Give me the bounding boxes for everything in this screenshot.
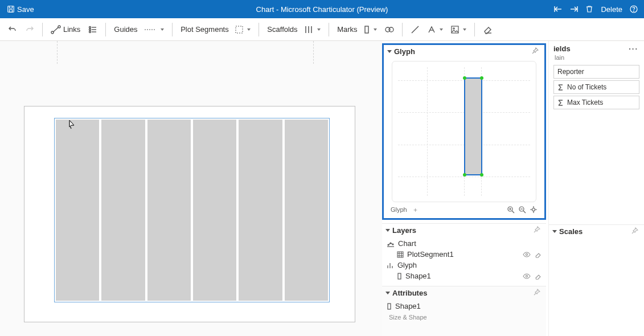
save-button[interactable]: Save <box>5 4 36 15</box>
plotsegment-node-icon <box>397 251 404 258</box>
separator <box>329 23 329 36</box>
field-label: Max Tickets <box>567 99 603 106</box>
chart-frame[interactable] <box>24 106 355 322</box>
resize-handle[interactable] <box>480 173 483 177</box>
svg-point-3 <box>634 11 634 11</box>
field-max-tickets[interactable]: Max Tickets <box>553 96 639 109</box>
erase-icon[interactable] <box>534 273 542 280</box>
attributes-header[interactable]: Attributes <box>382 286 546 300</box>
scaffolds-label: Scaffolds <box>267 25 297 34</box>
undo-icon <box>8 25 17 34</box>
chart-canvas[interactable] <box>0 41 382 336</box>
marks-dropdown[interactable]: Marks <box>335 24 379 35</box>
svg-point-14 <box>453 27 454 28</box>
visibility-icon[interactable] <box>523 273 531 280</box>
undo-button[interactable] <box>6 24 19 35</box>
icon-mark-dropdown[interactable] <box>449 24 469 35</box>
legend-button[interactable] <box>86 24 100 35</box>
layers-title: Layers <box>392 226 416 235</box>
resize-handle[interactable] <box>480 76 483 80</box>
plot-segments-dropdown[interactable]: Plot Segments <box>178 24 253 35</box>
bar[interactable] <box>101 120 145 301</box>
layers-panel: Layers Chart Plot <box>382 223 546 285</box>
add-glyph-button[interactable]: ＋ <box>412 206 419 213</box>
chevron-down-icon <box>385 229 390 232</box>
bar[interactable] <box>56 120 99 301</box>
pin-icon[interactable] <box>534 289 540 297</box>
chevron-down-icon <box>440 28 443 31</box>
svg-rect-13 <box>452 26 458 33</box>
glyph-node-icon <box>387 262 394 269</box>
links-icon <box>51 25 61 34</box>
middle-panels: Glyph <box>382 41 548 336</box>
more-icon[interactable]: ··· <box>629 44 638 53</box>
trash-icon[interactable] <box>584 4 595 14</box>
visibility-icon[interactable] <box>523 251 531 258</box>
pin-icon[interactable] <box>631 227 638 236</box>
layer-shape[interactable]: Shape1 <box>387 271 542 281</box>
help-icon[interactable] <box>628 4 639 14</box>
zoom-out-icon[interactable] <box>518 206 526 214</box>
svg-point-17 <box>532 208 535 211</box>
guide-line-icon <box>144 26 157 33</box>
scaffolds-dropdown[interactable]: Scaffolds <box>265 24 323 35</box>
layer-plotsegment[interactable]: PlotSegment1 <box>387 249 542 260</box>
eraser-button[interactable] <box>481 24 495 35</box>
bar[interactable] <box>193 120 236 301</box>
fields-subtitle: lain <box>549 54 644 63</box>
fields-header[interactable]: ields ··· <box>549 43 644 54</box>
svg-point-24 <box>526 275 527 277</box>
bar[interactable] <box>239 120 282 301</box>
field-reporter[interactable]: Reporter <box>553 65 639 79</box>
main-area: Glyph <box>0 41 644 336</box>
svg-rect-25 <box>388 304 391 309</box>
svg-rect-23 <box>398 273 401 279</box>
fit-icon[interactable] <box>530 206 538 214</box>
svg-rect-1 <box>9 10 12 12</box>
svg-point-12 <box>389 27 393 32</box>
separator <box>172 23 173 36</box>
field-label: Reporter <box>557 68 584 76</box>
redo-button[interactable] <box>23 24 36 35</box>
arrow-collapse-left-icon[interactable] <box>552 4 564 14</box>
pointer-cursor-icon <box>66 120 76 134</box>
field-no-of-tickets[interactable]: No of Tickets <box>553 80 639 94</box>
scaffold-icon <box>304 26 313 34</box>
attributes-selected[interactable]: Shape1 <box>382 300 546 313</box>
svg-point-6 <box>89 26 91 28</box>
layer-chart-label: Chart <box>398 239 416 248</box>
symbol-mark-button[interactable] <box>383 24 396 35</box>
glyph-panel-title: Glyph <box>394 47 415 56</box>
delete-button[interactable]: Delete <box>598 4 625 15</box>
resize-handle[interactable] <box>463 173 466 177</box>
separator <box>474 23 475 36</box>
links-button[interactable]: Links <box>48 24 83 35</box>
layer-glyph[interactable]: Glyph <box>387 260 542 271</box>
text-mark-dropdown[interactable] <box>425 24 445 35</box>
layer-chart[interactable]: Chart <box>387 238 542 249</box>
bar[interactable] <box>285 120 328 301</box>
pin-icon[interactable] <box>534 226 540 235</box>
resize-handle[interactable] <box>463 76 466 80</box>
zoom-in-icon[interactable] <box>507 206 515 214</box>
rect-mark-icon <box>364 26 370 34</box>
glyph-editor[interactable] <box>392 61 536 202</box>
glyph-footer-label: Glyph <box>391 206 407 213</box>
bar[interactable] <box>147 120 191 301</box>
arrow-collapse-right-icon[interactable] <box>568 4 580 14</box>
chevron-down-icon <box>161 28 164 31</box>
line-mark-button[interactable] <box>408 24 422 35</box>
glyph-panel-header[interactable]: Glyph <box>384 45 544 58</box>
eraser-icon <box>483 25 493 34</box>
glyph-shape[interactable] <box>464 77 482 175</box>
erase-icon[interactable] <box>534 251 542 258</box>
redo-icon <box>25 25 34 34</box>
svg-rect-9 <box>236 26 243 33</box>
plot-segment-selection[interactable] <box>54 118 330 302</box>
plot-region-icon <box>235 26 243 34</box>
layer-glyph-label: Glyph <box>397 261 417 269</box>
layers-header[interactable]: Layers <box>382 224 546 237</box>
guides-dropdown[interactable]: Guides <box>112 24 166 35</box>
scales-header[interactable]: Scales <box>549 225 644 238</box>
pin-icon[interactable] <box>532 47 539 56</box>
